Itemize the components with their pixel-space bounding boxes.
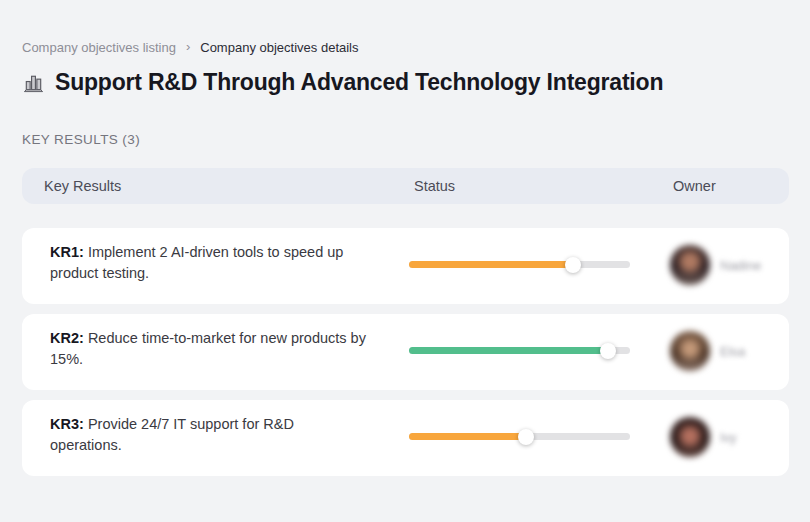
progress-slider[interactable] (409, 433, 630, 440)
owner-name: Nadine (720, 258, 761, 273)
progress-slider[interactable] (409, 261, 630, 268)
kr-description-text: Reduce time-to-market for new products b… (50, 330, 366, 367)
chevron-right-icon: › (186, 39, 190, 54)
owner-name: Ivy (720, 430, 737, 445)
owner-cell: Nadine (651, 228, 789, 285)
table-header-row: Key Results Status Owner (22, 168, 789, 204)
progress-fill (409, 347, 608, 354)
status-cell (409, 400, 651, 440)
key-result-row[interactable]: KR2: Reduce time-to-market for new produ… (22, 314, 789, 390)
progress-fill (409, 261, 573, 268)
key-result-row[interactable]: KR1: Implement 2 AI-driven tools to spee… (22, 228, 789, 304)
page-title-row: Support R&D Through Advanced Technology … (22, 69, 789, 96)
progress-knob[interactable] (565, 257, 581, 273)
column-header-status: Status (409, 178, 651, 194)
objective-details-page: Company objectives listing › Company obj… (0, 0, 810, 476)
kr-number-label: KR3: (50, 416, 88, 432)
owner-cell: Elsa (651, 314, 789, 371)
breadcrumb: Company objectives listing › Company obj… (22, 40, 789, 55)
owner-cell: Ivy (651, 400, 789, 457)
key-results-count-label: KEY RESULTS (3) (22, 132, 789, 147)
key-result-row[interactable]: KR3: Provide 24/7 IT support for R&D ope… (22, 400, 789, 476)
owner-name: Elsa (720, 344, 745, 359)
breadcrumb-current-details: Company objectives details (200, 40, 358, 55)
progress-knob[interactable] (518, 429, 534, 445)
status-cell (409, 314, 651, 354)
avatar (670, 331, 710, 371)
key-results-list: KR1: Implement 2 AI-driven tools to spee… (22, 228, 789, 476)
avatar (670, 245, 710, 285)
key-result-description: KR3: Provide 24/7 IT support for R&D ope… (22, 400, 409, 470)
kr-description-text: Implement 2 AI-driven tools to speed up … (50, 244, 343, 281)
column-header-owner: Owner (651, 178, 789, 194)
column-header-key-results: Key Results (22, 178, 409, 194)
status-cell (409, 228, 651, 268)
key-result-description: KR1: Implement 2 AI-driven tools to spee… (22, 228, 409, 298)
progress-fill (409, 433, 526, 440)
breadcrumb-link-listing[interactable]: Company objectives listing (22, 40, 176, 55)
bar-chart-icon (22, 71, 45, 94)
progress-knob[interactable] (600, 343, 616, 359)
page-title: Support R&D Through Advanced Technology … (55, 69, 663, 96)
kr-number-label: KR2: (50, 330, 88, 346)
avatar (670, 417, 710, 457)
key-result-description: KR2: Reduce time-to-market for new produ… (22, 314, 409, 384)
progress-slider[interactable] (409, 347, 630, 354)
kr-number-label: KR1: (50, 244, 88, 260)
